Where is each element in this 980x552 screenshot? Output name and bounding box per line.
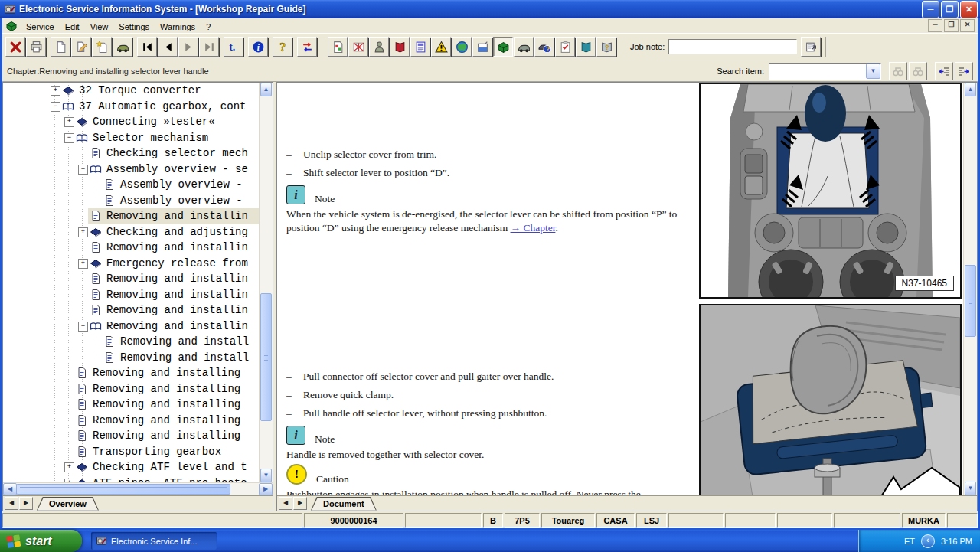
taskbar-task-button[interactable]: Electronic Service Inf...	[91, 532, 217, 550]
tree-item[interactable]: Removing and installing	[3, 397, 259, 413]
toolbar-button-parts-catalogue[interactable]	[328, 37, 348, 57]
toolbar-button-next-record[interactable]	[178, 37, 198, 57]
tab-scroll-right-icon[interactable]: ▶	[19, 497, 33, 510]
scroll-thumb[interactable]	[16, 484, 230, 495]
menu-settings[interactable]: Settings	[113, 21, 155, 33]
tree-item[interactable]: Removing and installing	[3, 381, 259, 397]
tree-expander[interactable]: +	[78, 227, 88, 237]
start-button[interactable]: start	[0, 530, 82, 552]
toolbar-button-last-record[interactable]	[199, 37, 219, 57]
tree-item[interactable]: Removing and installing	[3, 428, 259, 444]
tree-item[interactable]: +Connecting »tester«	[3, 114, 259, 130]
scroll-up-button[interactable]: ▲	[965, 83, 976, 96]
toolbar-button-time[interactable]: t.	[224, 37, 243, 57]
document-vertical-scrollbar[interactable]: ▲ ▼	[963, 83, 977, 495]
search-item-combobox[interactable]: ▼	[769, 63, 881, 80]
tree-item[interactable]: +Emergency release from	[3, 256, 259, 272]
toolbar-button-checklist[interactable]	[555, 37, 575, 57]
tree-expander[interactable]: +	[64, 462, 74, 472]
toolbar-button-note-document[interactable]	[92, 37, 112, 57]
scroll-down-button[interactable]: ▼	[260, 469, 272, 482]
mdi-restore-button[interactable]: ❐	[944, 19, 959, 32]
hide-icons-chevron-icon[interactable]: ‹	[921, 534, 935, 548]
mdi-close-button[interactable]: ✕	[960, 19, 975, 32]
search-next-button[interactable]	[909, 62, 927, 80]
tree-expander[interactable]: −	[51, 102, 60, 112]
tab-document[interactable]: Document	[311, 497, 377, 511]
mdi-minimize-button[interactable]: ─	[928, 19, 942, 32]
toolbar-button-globe[interactable]	[452, 37, 472, 57]
tree-item[interactable]: Removing and installin	[3, 240, 259, 256]
scroll-thumb[interactable]	[260, 293, 272, 421]
menu-warnings[interactable]: Warnings	[155, 21, 201, 33]
tree-expander[interactable]: +	[78, 259, 88, 269]
tab-overview[interactable]: Overview	[37, 497, 99, 511]
scroll-down-button[interactable]: ▼	[965, 482, 976, 495]
tree-expander[interactable]: −	[64, 133, 74, 143]
toolbar-button-manuals[interactable]	[576, 37, 596, 57]
tree-expander[interactable]: −	[78, 165, 88, 175]
tree-expander[interactable]: +	[64, 117, 74, 127]
scroll-right-button[interactable]: ▶	[259, 483, 273, 495]
search-previous-button[interactable]	[889, 62, 907, 80]
tree-item[interactable]: −Removing and installin	[3, 318, 259, 335]
tree-horizontal-scrollbar[interactable]: ◀ ▶	[3, 482, 273, 495]
menu-[interactable]: ?	[201, 21, 216, 33]
tree-item[interactable]: Assembly overview -	[3, 177, 259, 193]
tree-item[interactable]: +Checking ATF level and t	[3, 459, 259, 475]
restore-button[interactable]: ❐	[941, 1, 959, 18]
toolbar-button-vehicle-gray[interactable]	[514, 37, 534, 57]
toolbar-button-edit-document[interactable]	[71, 37, 91, 57]
tree-expander[interactable]: +	[51, 86, 60, 96]
tree-item[interactable]: Assembly overview -	[3, 193, 259, 209]
jump-next-hit-button[interactable]	[955, 62, 973, 80]
combo-dropdown-arrow[interactable]: ▼	[866, 64, 880, 79]
tab-scroll-right-icon[interactable]: ▶	[293, 497, 307, 510]
toolbar-button-aid-box[interactable]	[348, 37, 368, 57]
tab-scroll-left-icon[interactable]: ◀	[5, 497, 18, 510]
tree-item[interactable]: Removing and installin	[3, 271, 259, 287]
toolbar-button-switch[interactable]	[297, 37, 317, 57]
tree-item[interactable]: −Assembly overview - se	[3, 162, 259, 178]
minimize-button[interactable]: ─	[922, 1, 939, 18]
menu-edit[interactable]: Edit	[60, 21, 85, 33]
tree-item[interactable]: +32 Torque converter	[3, 83, 259, 99]
job-note-properties-button[interactable]	[801, 37, 821, 57]
tree-item[interactable]: Removing and install	[3, 350, 259, 366]
scroll-up-button[interactable]: ▲	[260, 83, 272, 96]
tree-item[interactable]: Removing and installin	[3, 287, 259, 303]
tree-item[interactable]: +Checking and adjusting	[3, 224, 259, 240]
close-button[interactable]: ✕	[960, 1, 978, 18]
toolbar-button-vehicle-query[interactable]: ?	[534, 37, 554, 57]
toolbar-button-vehicle[interactable]	[113, 37, 132, 57]
toolbar-button-print[interactable]	[26, 37, 46, 57]
toolbar-button-new-document[interactable]	[51, 37, 70, 57]
toolbar-button-red-book[interactable]	[390, 37, 410, 57]
language-indicator[interactable]: ET	[904, 537, 915, 546]
tree-item[interactable]: Removing and installin	[3, 302, 259, 318]
chapter-link[interactable]: → Chapter	[511, 222, 556, 234]
tree-item[interactable]: Removing and installin	[3, 208, 259, 224]
toolbar-button-info[interactable]: i	[248, 37, 268, 57]
tree-item[interactable]: Checking selector mech	[3, 145, 259, 162]
tree-item[interactable]: Removing and installing	[3, 413, 259, 429]
tree-vertical-scrollbar[interactable]: ▲ ▼	[259, 83, 273, 482]
toolbar-button-bulletin[interactable]	[410, 37, 430, 57]
toolbar-button-book-help[interactable]: ?	[596, 37, 616, 57]
tree-item[interactable]: Removing and installing	[3, 365, 259, 381]
scroll-left-button[interactable]: ◀	[3, 483, 17, 495]
toolbar-button-previous-record[interactable]	[158, 37, 178, 57]
job-note-input[interactable]	[668, 39, 797, 54]
menu-service[interactable]: Service	[21, 21, 60, 33]
tree-item[interactable]: Removing and install	[3, 334, 259, 350]
toolbar-button-repair-manual[interactable]	[493, 37, 513, 57]
tree-expander[interactable]: −	[78, 322, 88, 332]
toolbar-button-warning[interactable]	[431, 37, 451, 57]
toolbar-button-customer[interactable]	[369, 37, 389, 57]
menu-view[interactable]: View	[85, 21, 114, 33]
tree-item[interactable]: −Selector mechanism	[3, 130, 259, 146]
tree-item[interactable]: Transporting gearbox	[3, 444, 259, 460]
toolbar-button-first-record[interactable]	[137, 37, 157, 57]
tree-item[interactable]: +ATF pipes, ATF pre-heate	[3, 475, 259, 483]
toolbar-button-help[interactable]: ?	[273, 37, 292, 57]
